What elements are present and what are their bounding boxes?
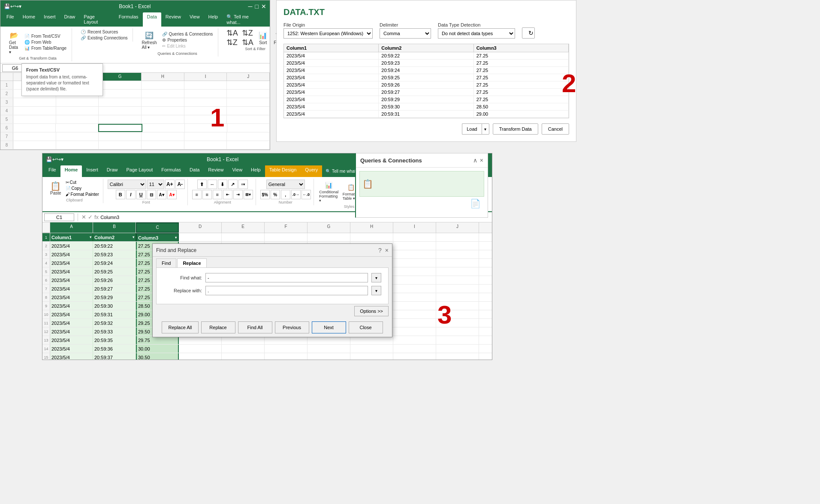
- get-data-btn[interactable]: 📂 GetData ▾: [7, 29, 21, 55]
- new-query-icon[interactable]: 📄: [470, 198, 481, 209]
- tab-insert[interactable]: Insert: [39, 12, 60, 27]
- cancel-formula-icon[interactable]: ✕: [81, 214, 86, 220]
- find-what-input[interactable]: [205, 273, 368, 282]
- refresh-btn[interactable]: 🔄 RefreshAll ▾: [140, 29, 158, 51]
- tab-review[interactable]: Review: [161, 12, 185, 27]
- conditional-formatting-btn[interactable]: 📊 ConditionalFormatting ▾: [318, 180, 340, 204]
- load-btn[interactable]: Load: [462, 123, 481, 135]
- orientation-btn[interactable]: ↗: [228, 180, 238, 189]
- sort-az-icon-btn[interactable]: ⇅A⇅Z: [225, 32, 239, 44]
- wrap-text-btn[interactable]: ≡▾: [238, 180, 248, 189]
- decrease-decimal-btn[interactable]: ←.0: [301, 190, 311, 199]
- refresh-preview-btn[interactable]: ↻: [522, 27, 535, 39]
- replace-all-btn[interactable]: Replace All: [162, 321, 198, 333]
- tab-review-bottom[interactable]: Review: [204, 165, 228, 177]
- edit-links-btn[interactable]: ✏Edit Links: [160, 43, 215, 49]
- file-origin-select[interactable]: 1252: Western European (Windows): [283, 28, 373, 39]
- from-table-btn[interactable]: 📊 From Table/Range: [23, 45, 68, 51]
- queries-connections-btn[interactable]: 🔗Queries & Connections: [160, 31, 215, 37]
- options-btn[interactable]: Options >>: [354, 306, 389, 316]
- tab-file-bottom[interactable]: File: [44, 165, 60, 177]
- border-btn[interactable]: ⊟: [147, 190, 156, 199]
- tab-data[interactable]: Data: [143, 12, 161, 27]
- frd-tab-replace[interactable]: Replace: [177, 258, 206, 267]
- align-left-btn[interactable]: ≡: [192, 190, 202, 199]
- font-decrease-btn[interactable]: A-: [175, 180, 185, 189]
- maximize-icon[interactable]: □: [255, 3, 259, 10]
- tab-home[interactable]: Home: [18, 12, 39, 27]
- format-painter-btn[interactable]: 🖌Format Painter: [64, 192, 100, 197]
- bold-btn[interactable]: B: [116, 190, 125, 199]
- percent-btn[interactable]: %: [271, 190, 280, 199]
- font-size-select[interactable]: 11: [147, 180, 164, 189]
- merge-btn[interactable]: ⊞▾: [244, 190, 253, 199]
- next-btn[interactable]: Next: [312, 321, 346, 333]
- col1-header-cell[interactable]: Column1▾: [50, 233, 93, 241]
- undo-icon[interactable]: ↩: [10, 3, 15, 9]
- previous-btn[interactable]: Previous: [275, 321, 309, 333]
- font-color-btn[interactable]: A▾: [167, 190, 177, 199]
- properties-btn[interactable]: ⚙Properties: [160, 37, 215, 43]
- increase-indent-btn[interactable]: ⇥: [233, 190, 243, 199]
- replace-with-dropdown-btn[interactable]: ▾: [371, 286, 381, 295]
- paste-btn[interactable]: 📋 Paste: [48, 180, 63, 196]
- insert-function-icon[interactable]: fx: [94, 214, 99, 220]
- qp-close-btn[interactable]: ×: [480, 157, 483, 164]
- sort-za-icon-btn[interactable]: ⇅Z⇅A: [241, 32, 254, 44]
- align-middle-btn[interactable]: ↔: [208, 180, 217, 189]
- frd-help-btn[interactable]: ?: [378, 247, 382, 254]
- fill-color-btn[interactable]: A▾: [157, 190, 166, 199]
- align-bottom-btn[interactable]: ⬇: [218, 180, 227, 189]
- decrease-indent-btn[interactable]: ⇤: [223, 190, 232, 199]
- tab-draw[interactable]: Draw: [60, 12, 80, 27]
- col3-header-cell[interactable]: Column3▾: [136, 233, 179, 241]
- recent-sources-btn[interactable]: 🕐 Recent Sources: [79, 29, 129, 35]
- replace-btn[interactable]: Replace: [201, 321, 235, 333]
- comma-btn[interactable]: ,: [281, 190, 290, 199]
- tab-file[interactable]: File: [2, 12, 18, 27]
- save-icon[interactable]: 💾: [4, 3, 10, 9]
- minimize-icon[interactable]: ─: [248, 3, 253, 10]
- tab-view-bottom[interactable]: View: [228, 165, 247, 177]
- align-center-btn[interactable]: ≡: [202, 190, 212, 199]
- find-all-btn[interactable]: Find All: [238, 321, 272, 333]
- formula-cell-ref-input[interactable]: [44, 213, 74, 221]
- tab-formulas-bottom[interactable]: Formulas: [157, 165, 185, 177]
- col2-header-cell[interactable]: Column2▾: [93, 233, 136, 241]
- tab-tellme[interactable]: 🔍 Tell me what...: [222, 12, 268, 27]
- tab-formulas[interactable]: Formulas: [115, 12, 143, 27]
- save-icon-bottom[interactable]: 💾: [46, 156, 52, 162]
- tab-help-bottom[interactable]: Help: [247, 165, 265, 177]
- sort-btn[interactable]: 📊 Sort: [256, 29, 270, 46]
- font-increase-btn[interactable]: A+: [165, 180, 175, 189]
- data-type-select[interactable]: Do not detect data types: [438, 28, 515, 39]
- tab-pagelayout[interactable]: Page Layout: [79, 12, 115, 27]
- cut-btn[interactable]: ✂Cut: [64, 180, 100, 185]
- frd-close-btn[interactable]: ×: [385, 247, 389, 254]
- font-select[interactable]: Calibri: [108, 180, 146, 189]
- copy-btn[interactable]: 📄Copy: [64, 186, 100, 191]
- from-text-csv-btn[interactable]: 📄 From Text/CSV: [23, 33, 68, 39]
- increase-decimal-btn[interactable]: .0→: [291, 190, 301, 199]
- tab-query[interactable]: Query: [301, 165, 322, 177]
- align-right-btn[interactable]: ≡: [213, 190, 222, 199]
- tab-view[interactable]: View: [185, 12, 204, 27]
- redo-icon-bottom[interactable]: ↪: [57, 156, 61, 162]
- undo-icon-bottom[interactable]: ↩: [52, 156, 57, 162]
- number-format-select[interactable]: General: [266, 180, 305, 189]
- confirm-formula-icon[interactable]: ✓: [88, 214, 93, 220]
- tab-help[interactable]: Help: [204, 12, 223, 27]
- tab-insert-bottom[interactable]: Insert: [82, 165, 102, 177]
- find-what-dropdown-btn[interactable]: ▾: [371, 273, 381, 282]
- redo-icon[interactable]: ↪: [15, 3, 19, 9]
- transform-data-btn[interactable]: Transform Data: [493, 123, 538, 135]
- delimiter-select[interactable]: Comma: [380, 28, 431, 39]
- cancel-btn[interactable]: Cancel: [542, 123, 569, 135]
- tab-table-design[interactable]: Table Design: [265, 165, 301, 177]
- replace-with-input[interactable]: [205, 286, 368, 295]
- existing-connections-btn[interactable]: 🔗 Existing Connections: [79, 35, 129, 41]
- from-web-btn[interactable]: 🌐 From Web: [23, 39, 68, 45]
- qp-collapse-btn[interactable]: ∧: [473, 157, 477, 164]
- frd-tab-find[interactable]: Find: [156, 258, 176, 267]
- close-icon[interactable]: ✕: [261, 3, 266, 10]
